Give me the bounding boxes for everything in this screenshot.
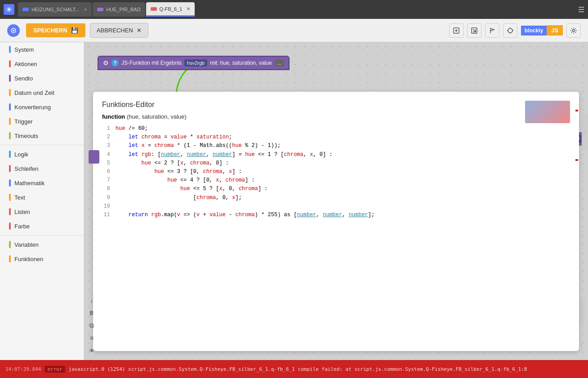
sidebar-color-system [9,46,11,53]
sidebar-label-variablen: Variablen [14,241,39,248]
app-icon[interactable] [4,4,14,15]
sidebar-divider-1 [0,145,84,145]
error-marker-1 [575,110,578,111]
menu-icon[interactable]: ☰ [578,5,584,14]
save-icon: 💾 [71,27,78,34]
sidebar-item-system[interactable]: System [0,42,84,57]
cancel-icon: ✕ [137,27,142,34]
function-dotdot[interactable]: ... [275,59,284,67]
sidebar-item-mathematik[interactable]: Mathematik [0,176,84,190]
sidebar-color-konvertierung [9,103,11,111]
vertical-handle[interactable]: ⋮ [582,114,588,150]
sidebar-label-funktionen: Funktionen [14,256,43,262]
content-area[interactable]: ⚙ ? JS-Funktion mit Ergebnis hsv2rgb mit… [84,42,588,360]
sidebar-color-trigger [9,118,11,125]
sidebar-color-timeouts [9,132,11,139]
line-num-4: 4 [102,151,116,159]
tab-heizung[interactable]: HEIZUNG_SCHALT... ✕ [18,2,92,17]
sidebar-color-mathematik [9,179,11,187]
sidebar-item-logik[interactable]: Logik [0,147,84,161]
question-icon: ? [111,59,119,67]
sidebar-item-sendto[interactable]: Sendto [0,71,84,85]
sidebar-label-system: System [14,46,34,53]
status-timestamp: 14:07:29.844 [5,366,41,372]
cancel-label: ABBRECHEN [97,27,133,34]
sidebar-item-funktionen[interactable]: Funktionen [0,252,84,266]
sidebar-item-variablen[interactable]: Variablen [0,237,84,252]
line-content-5: hue <= 2 ? [x, chroma, 0] : [116,159,570,168]
eye-btn[interactable]: 👁 [87,346,97,356]
tab-label-heizung: HEIZUNG_SCHALT... [31,7,79,12]
blockly-js-toggle[interactable]: blockly JS [521,24,563,37]
sidebar-label-konvertierung: Konvertierung [14,104,51,111]
list-btn[interactable]: ≡ [87,333,97,343]
editor-func-sig: function (hue, saturation, value) [102,113,570,120]
line-num-11: 11 [102,211,116,219]
svg-point-10 [573,29,575,31]
sidebar-item-trigger[interactable]: Trigger [0,114,84,129]
download-btn[interactable]: ↓ [87,295,97,305]
save-button[interactable]: SPEICHERN 💾 [26,23,85,37]
sidebar-label-datum: Datum und Zeit [14,89,54,96]
svg-point-2 [13,30,14,31]
line-content-3: let x = chroma * (1 - Math.abs((hue % 2)… [116,142,570,150]
sidebar-label-logik: Logik [14,151,28,158]
import-icon-btn[interactable] [467,23,481,38]
sidebar-item-konvertierung[interactable]: Konvertierung [0,100,84,114]
function-prefix: JS-Funktion mit Ergebnis [121,60,182,66]
sidebar-color-schleifen [9,165,11,172]
code-line-9: 9 [chroma, 0, x]; [102,194,570,202]
flag-icon-btn[interactable] [485,23,499,38]
copy-btn[interactable]: ⧉ [87,320,97,330]
js-label: JS [547,25,563,36]
sidebar-item-timeouts[interactable]: Timeouts [0,129,84,143]
sidebar-item-farbe[interactable]: Farbe [0,219,84,233]
export-icon-btn[interactable] [449,23,463,38]
code-line-7: 7 hue <= 4 ? [0, x, chroma] : [102,176,570,185]
sidebar-label-listen: Listen [14,209,30,215]
function-params: mit: hue, saturation, value [210,60,272,66]
tab-close-q-fb[interactable]: ✕ [187,6,190,11]
sidebar-color-listen [9,208,11,215]
function-keyword: function [102,113,125,120]
crosshair-icon-btn[interactable] [503,23,517,38]
sidebar-item-datum[interactable]: Datum und Zeit [0,85,84,100]
status-level: error [45,366,65,373]
sidebar-color-aktionen [9,60,11,67]
sidebar: System Aktionen Sendto Datum und Zeit Ko… [0,42,84,360]
sidebar-label-farbe: Farbe [14,223,30,230]
tab-label-hue: HUE_PIR_BAD [106,7,140,12]
line-num-2: 2 [102,133,116,142]
line-num-10: 10 [102,202,116,211]
tab-q-fb[interactable]: Q-FB_6_1 ✕ [146,2,195,17]
mini-scrollbar[interactable] [579,297,586,324]
tab-hue[interactable]: HUE_PIR_BAD [93,2,145,17]
sidebar-color-farbe [9,222,11,230]
code-line-6: 6 hue <= 3 ? [0, chroma, x] : [102,168,570,176]
svg-point-5 [508,28,512,33]
line-num-5: 5 [102,159,116,168]
sidebar-label-schleifen: Schleifen [14,165,38,172]
sidebar-item-aktionen[interactable]: Aktionen [0,57,84,71]
sidebar-item-text[interactable]: Text [0,190,84,205]
tab-icon-hue [97,8,103,11]
sidebar-color-funktionen [9,255,11,262]
line-content-8: hue <= 5 ? [x, 0, chroma] : [116,185,570,193]
code-line-1: 1 hue /= 60; [102,125,570,133]
error-marker-2 [575,159,578,161]
trash-icon-btn[interactable]: 🗑 [87,308,97,318]
settings-icon-btn[interactable] [566,23,581,38]
cancel-button[interactable]: ABBRECHEN ✕ [90,23,148,38]
sidebar-item-listen[interactable]: Listen [0,205,84,219]
sidebar-color-variablen [9,241,11,248]
function-name-badge[interactable]: hsv2rgb [184,59,207,67]
code-area[interactable]: 1 hue /= 60; 2 let chroma = value * satu… [102,125,570,219]
tab-close-heizung[interactable]: ✕ [84,7,87,12]
sidebar-item-schleifen[interactable]: Schleifen [0,161,84,176]
blockly-mini-block [89,150,99,164]
function-block[interactable]: ⚙ ? JS-Funktion mit Ergebnis hsv2rgb mit… [98,56,290,70]
code-line-2: 2 let chroma = value * saturation; [102,133,570,142]
tab-icon-q-fb [151,7,157,11]
editor-panel: Funktions-Editor function (hue, saturati… [93,92,579,351]
sidebar-color-sendto [9,75,11,82]
